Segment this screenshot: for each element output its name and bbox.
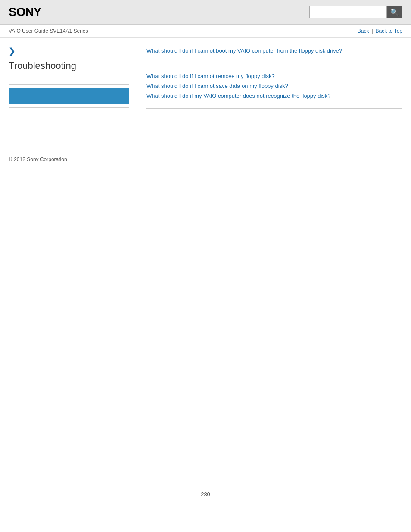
- header: SONY 🔍: [0, 0, 411, 25]
- content-section-primary: What should I do if I cannot boot my VAI…: [146, 47, 402, 64]
- sidebar-title: Troubleshooting: [9, 60, 129, 76]
- secondary-link-1[interactable]: What should I do if I cannot remove my f…: [146, 71, 402, 81]
- nav-separator: |: [371, 28, 373, 34]
- content-section-secondary: What should I do if I cannot remove my f…: [146, 71, 402, 109]
- guide-title: VAIO User Guide SVE14A1 Series: [9, 28, 88, 34]
- primary-link[interactable]: What should I do if I cannot boot my VAI…: [146, 47, 402, 55]
- secondary-link-3[interactable]: What should I do if my VAIO computer doe…: [146, 91, 402, 101]
- nav-links: Back | Back to Top: [358, 28, 402, 34]
- sidebar: ❯ Troubleshooting: [9, 47, 138, 122]
- sidebar-divider-1: [9, 81, 129, 81]
- sidebar-chevron[interactable]: ❯: [9, 47, 129, 56]
- back-link[interactable]: Back: [358, 28, 369, 34]
- copyright: © 2012 Sony Corporation: [9, 156, 67, 162]
- sidebar-divider-2: [9, 84, 129, 85]
- sidebar-highlight[interactable]: [9, 88, 129, 104]
- sidebar-divider-3: [9, 107, 129, 108]
- breadcrumb-bar: VAIO User Guide SVE14A1 Series Back | Ba…: [0, 25, 411, 38]
- content-area: What should I do if I cannot boot my VAI…: [138, 47, 402, 122]
- sidebar-divider-4: [9, 118, 129, 118]
- sony-logo: SONY: [9, 5, 41, 19]
- back-to-top-link[interactable]: Back to Top: [376, 28, 402, 34]
- search-button[interactable]: 🔍: [387, 6, 402, 18]
- search-icon: 🔍: [390, 8, 399, 16]
- search-input[interactable]: [309, 6, 387, 18]
- search-area: 🔍: [309, 6, 402, 18]
- secondary-link-2[interactable]: What should I do if I cannot save data o…: [146, 81, 402, 91]
- main-content: ❯ Troubleshooting What should I do if I …: [0, 38, 411, 131]
- footer: © 2012 Sony Corporation: [0, 148, 411, 171]
- page-number: 280: [201, 482, 210, 506]
